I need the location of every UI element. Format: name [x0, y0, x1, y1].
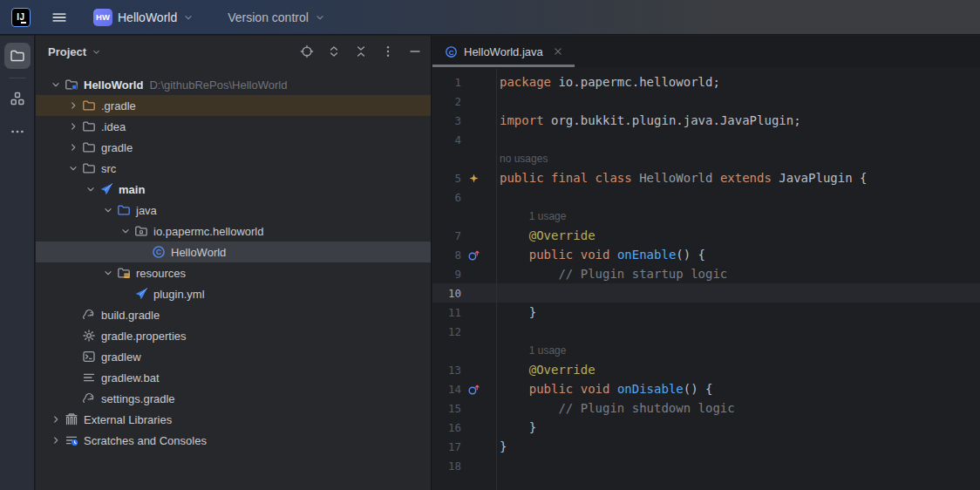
gradle-icon	[81, 391, 97, 405]
code-line-9[interactable]: 9// Plugin startup logic	[432, 264, 980, 283]
code-line-12[interactable]: 12	[432, 322, 980, 341]
project-tool-button[interactable]	[4, 43, 31, 69]
tree-item-gradle[interactable]: gradle	[36, 137, 431, 158]
project-tree: HelloWorldD:\githubRePos\HelloWorld.grad…	[36, 67, 431, 451]
project-view-selector[interactable]: Project	[48, 45, 102, 58]
locate-icon[interactable]	[300, 44, 314, 58]
ide-window: IJ HW HelloWorld Version control	[0, 0, 980, 490]
panel-title-label: Project	[48, 45, 86, 58]
code-line-11[interactable]: 11}	[432, 303, 980, 322]
usage-inlay-row[interactable]: 1 usage	[432, 207, 980, 226]
chevron-down-icon[interactable]	[100, 266, 116, 280]
gutter: 15	[432, 398, 496, 418]
code-text: // Plugin startup logic	[496, 267, 727, 281]
gear-icon	[81, 329, 97, 343]
collapse-all-icon[interactable]	[354, 44, 368, 58]
tree-item-scratches-and-consoles[interactable]: Scratches and Consoles	[36, 430, 431, 451]
usage-inlay-row[interactable]: no usages	[432, 149, 980, 168]
tree-item-external-libraries[interactable]: External Libraries	[36, 409, 431, 430]
tree-item-plugin-yml[interactable]: plugin.yml	[36, 283, 431, 304]
library-icon	[64, 412, 79, 426]
plugin-entry-icon[interactable]	[461, 172, 496, 185]
version-control-widget-button[interactable]: Version control	[221, 7, 333, 28]
chevron-right-icon[interactable]	[48, 433, 64, 447]
gutter	[432, 341, 496, 360]
usage-hint-label[interactable]: 1 usage	[496, 344, 566, 357]
tree-item-settings-gradle[interactable]: settings.gradle	[36, 388, 431, 409]
tree-item-label: HelloWorld	[171, 246, 226, 259]
code-line-5[interactable]: 5public final class HelloWorld extends J…	[432, 168, 980, 187]
overrides-method-icon[interactable]	[461, 248, 496, 262]
overrides-method-icon[interactable]	[461, 383, 496, 396]
project-widget-button[interactable]: HW HelloWorld	[86, 5, 201, 30]
tab-label: HelloWorld.java	[464, 45, 543, 58]
code-line-6[interactable]: 6	[432, 187, 980, 207]
tree-item-gradle-properties[interactable]: gradle.properties	[36, 325, 431, 346]
main-menu-button[interactable]	[44, 6, 74, 29]
title-bar: IJ HW HelloWorld Version control	[0, 0, 980, 35]
code-line-16[interactable]: 16}	[432, 418, 980, 437]
code-line-1[interactable]: 1package io.papermc.helloworld;	[432, 72, 980, 92]
code-text: }	[496, 420, 536, 434]
tree-item-io-papermc-helloworld[interactable]: io.papermc.helloworld	[36, 221, 431, 242]
code-line-10[interactable]: 10	[432, 283, 980, 303]
usage-hint-label[interactable]: no usages	[496, 153, 548, 165]
chevron-down-icon[interactable]	[100, 203, 116, 217]
code-line-7[interactable]: 7@Override	[432, 226, 980, 245]
tree-item-label: .idea	[101, 120, 126, 133]
tree-item-gradlew-bat[interactable]: gradlew.bat	[36, 367, 431, 388]
editor-tab-helloworld-java[interactable]: C HelloWorld.java	[432, 36, 575, 67]
more-vertical-icon[interactable]	[381, 44, 395, 58]
chevron-right-icon[interactable]	[48, 412, 64, 426]
tree-item-label: gradle	[101, 141, 133, 154]
gutter: 18	[432, 456, 496, 475]
code-text: }	[496, 305, 536, 319]
logo-underline	[21, 22, 26, 24]
hide-panel-icon[interactable]	[408, 44, 422, 58]
code-line-15[interactable]: 15// Plugin shutdown logic	[432, 398, 980, 418]
code-line-4[interactable]: 4	[432, 130, 980, 149]
chevron-down-icon[interactable]	[118, 224, 133, 238]
tree-item-helloworld[interactable]: CHelloWorld	[36, 242, 431, 262]
code-editor[interactable]: 1package io.papermc.helloworld;23import …	[432, 69, 980, 490]
structure-icon	[10, 91, 25, 106]
tree-item-build-gradle[interactable]: build.gradle	[36, 304, 431, 325]
expand-all-icon[interactable]	[327, 44, 341, 58]
usage-hint-label[interactable]: 1 usage	[496, 210, 566, 222]
tree-item-label: plugin.yml	[153, 288, 205, 301]
chevron-down-icon[interactable]	[83, 182, 99, 196]
gutter: 13	[432, 360, 496, 379]
code-line-14[interactable]: 14public void onDisable() {	[432, 379, 980, 398]
line-number: 18	[432, 459, 461, 473]
toolbar-divider	[9, 78, 26, 78]
tree-item-src[interactable]: src	[36, 158, 431, 179]
structure-tool-button[interactable]	[4, 85, 31, 112]
tree-item--idea[interactable]: .idea	[36, 116, 431, 137]
code-line-17[interactable]: 17}	[432, 437, 980, 456]
tree-item-label: External Libraries	[84, 413, 172, 426]
code-line-18[interactable]: 18	[432, 456, 980, 475]
tree-item-gradlew[interactable]: gradlew	[36, 346, 431, 367]
chevron-right-icon[interactable]	[65, 119, 81, 133]
usage-inlay-row[interactable]: 1 usage	[432, 341, 980, 360]
tree-item-helloworld[interactable]: HelloWorldD:\githubRePos\HelloWorld	[36, 74, 431, 95]
code-line-8[interactable]: 8public void onEnable() {	[432, 245, 980, 264]
tree-item-main[interactable]: main	[36, 179, 431, 200]
tree-item-java[interactable]: java	[36, 200, 431, 221]
code-line-3[interactable]: 3import org.bukkit.plugin.java.JavaPlugi…	[432, 111, 980, 130]
chevron-right-icon[interactable]	[65, 99, 81, 112]
tree-item-label: Scratches and Consoles	[84, 434, 207, 447]
code-line-13[interactable]: 13@Override	[432, 360, 980, 379]
more-tool-windows-button[interactable]	[4, 119, 31, 145]
code-lines: 1package io.papermc.helloworld;23import …	[432, 69, 980, 475]
code-line-2[interactable]: 2	[432, 92, 980, 111]
code-text: @Override	[496, 228, 595, 242]
chevron-right-icon[interactable]	[65, 140, 81, 154]
intellij-logo-icon: IJ	[11, 8, 31, 27]
chevron-down-icon[interactable]	[65, 161, 81, 175]
chevron-down-icon[interactable]	[48, 78, 64, 92]
project-panel: Project HelloWorldD:\githubRePos\HelloWo…	[36, 36, 432, 490]
tree-item--gradle[interactable]: .gradle	[36, 95, 431, 116]
tree-item-resources[interactable]: resources	[36, 262, 431, 283]
close-icon[interactable]	[552, 45, 564, 58]
